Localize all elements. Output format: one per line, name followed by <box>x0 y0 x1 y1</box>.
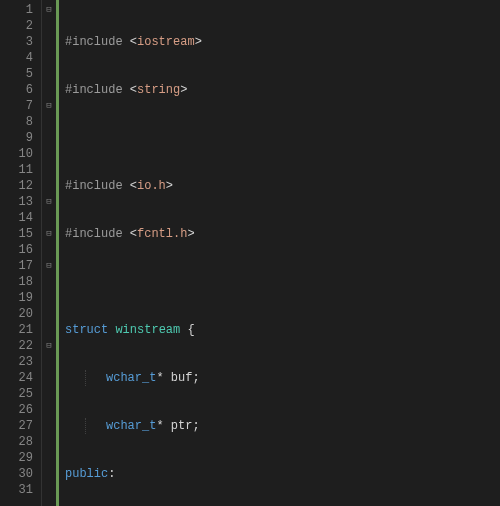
fold-toggle <box>42 290 56 306</box>
line-number: 31 <box>0 482 33 498</box>
line-number: 3 <box>0 34 33 50</box>
fold-toggle <box>42 162 56 178</box>
code-line[interactable]: struct winstream { <box>65 322 500 338</box>
line-number: 28 <box>0 434 33 450</box>
fold-toggle <box>42 50 56 66</box>
fold-toggle <box>42 146 56 162</box>
fold-toggle <box>42 354 56 370</box>
line-number: 13 <box>0 194 33 210</box>
line-number: 19 <box>0 290 33 306</box>
line-number: 1 <box>0 2 33 18</box>
code-line[interactable]: #include <io.h> <box>65 178 500 194</box>
line-number: 23 <box>0 354 33 370</box>
fold-toggle[interactable]: ⊟ <box>42 194 56 210</box>
fold-toggle <box>42 322 56 338</box>
fold-toggle <box>42 386 56 402</box>
line-number: 9 <box>0 130 33 146</box>
line-number: 15 <box>0 226 33 242</box>
fold-toggle <box>42 434 56 450</box>
code-line[interactable]: #include <string> <box>65 82 500 98</box>
code-line[interactable]: public: <box>65 466 500 482</box>
fold-toggle <box>42 114 56 130</box>
fold-toggle <box>42 82 56 98</box>
fold-toggle <box>42 178 56 194</box>
line-number: 5 <box>0 66 33 82</box>
fold-toggle <box>42 466 56 482</box>
fold-toggle <box>42 242 56 258</box>
fold-toggle[interactable]: ⊟ <box>42 98 56 114</box>
fold-toggle <box>42 482 56 498</box>
fold-toggle[interactable] <box>42 210 56 226</box>
fold-toggle[interactable]: ⊟ <box>42 226 56 242</box>
line-number: 24 <box>0 370 33 386</box>
line-number: 10 <box>0 146 33 162</box>
fold-toggle <box>42 370 56 386</box>
line-number-gutter: 1234567891011121314151617181920212223242… <box>0 0 42 506</box>
fold-toggle <box>42 34 56 50</box>
line-number: 25 <box>0 386 33 402</box>
fold-toggle <box>42 450 56 466</box>
code-line[interactable]: #include <fcntl.h> <box>65 226 500 242</box>
line-number: 7 <box>0 98 33 114</box>
line-number: 8 <box>0 114 33 130</box>
fold-toggle <box>42 274 56 290</box>
line-number: 18 <box>0 274 33 290</box>
preproc: #include <box>65 35 130 49</box>
line-number: 20 <box>0 306 33 322</box>
line-number: 26 <box>0 402 33 418</box>
line-number: 29 <box>0 450 33 466</box>
line-number: 17 <box>0 258 33 274</box>
line-number: 22 <box>0 338 33 354</box>
line-number: 6 <box>0 82 33 98</box>
code-line[interactable]: #include <iostream> <box>65 34 500 50</box>
line-number: 16 <box>0 242 33 258</box>
fold-toggle <box>42 306 56 322</box>
line-number: 27 <box>0 418 33 434</box>
fold-toggle[interactable]: ⊟ <box>42 258 56 274</box>
line-number: 2 <box>0 18 33 34</box>
fold-toggle <box>42 418 56 434</box>
code-editor: 1234567891011121314151617181920212223242… <box>0 0 500 506</box>
fold-toggle[interactable]: ⊟ <box>42 2 56 18</box>
line-number: 4 <box>0 50 33 66</box>
fold-toggle <box>42 66 56 82</box>
code-line[interactable]: wchar_t* ptr; <box>65 418 500 434</box>
code-line[interactable]: wchar_t* buf; <box>65 370 500 386</box>
line-number: 30 <box>0 466 33 482</box>
fold-toggle <box>42 130 56 146</box>
code-line[interactable] <box>65 130 500 146</box>
line-number: 12 <box>0 178 33 194</box>
fold-toggle <box>42 18 56 34</box>
code-area[interactable]: #include <iostream> #include <string> #i… <box>59 0 500 506</box>
fold-column: ⊟⊟⊟ ⊟⊟⊟ <box>42 0 56 506</box>
fold-toggle <box>42 402 56 418</box>
line-number: 21 <box>0 322 33 338</box>
fold-toggle[interactable]: ⊟ <box>42 338 56 354</box>
code-line[interactable] <box>65 274 500 290</box>
line-number: 11 <box>0 162 33 178</box>
line-number: 14 <box>0 210 33 226</box>
